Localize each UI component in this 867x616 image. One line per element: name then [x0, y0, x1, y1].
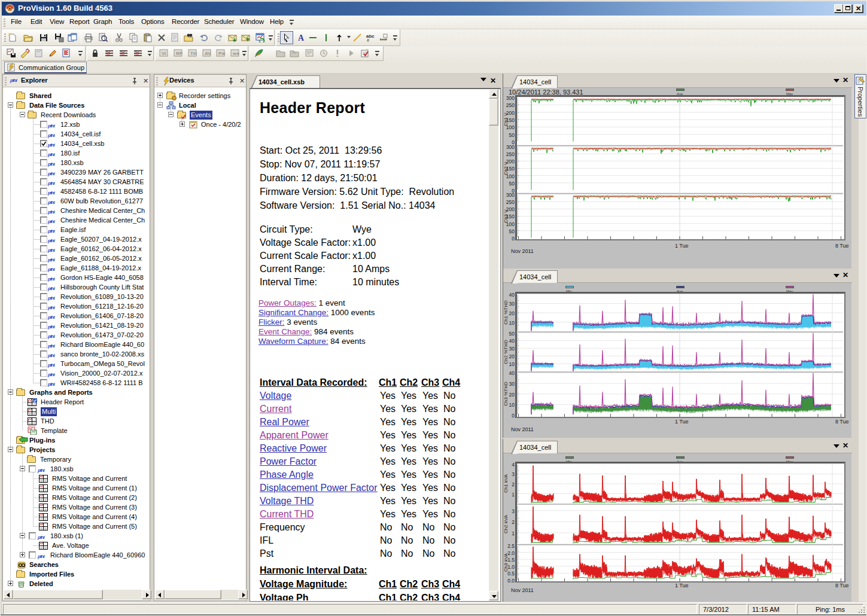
svg-text:abc: abc: [366, 33, 375, 39]
svg-text:w●: w●: [232, 51, 239, 56]
svg-text:Pw: Pw: [218, 51, 226, 56]
svg-text:AV: AV: [205, 51, 211, 56]
svg-text:VI: VI: [162, 51, 166, 56]
svg-text:RP: RP: [176, 51, 183, 56]
svg-text:A: A: [298, 33, 305, 42]
svg-text:TH: TH: [190, 51, 197, 56]
